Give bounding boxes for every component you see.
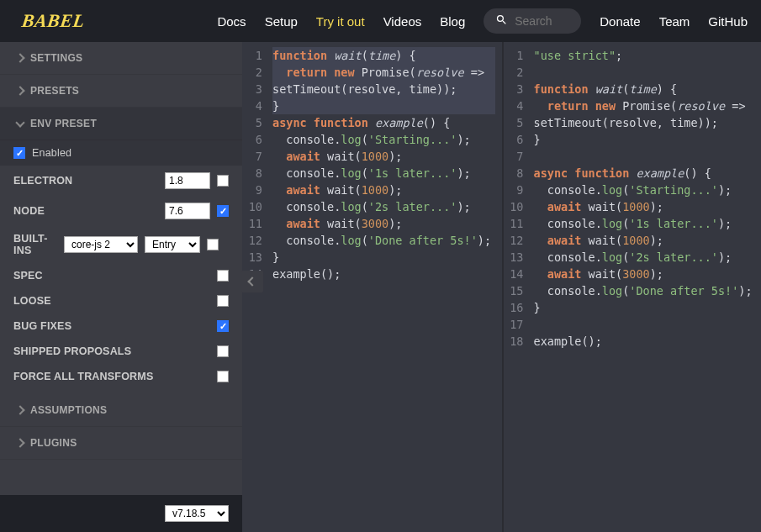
chevron-right-icon: [15, 86, 24, 95]
spec-checkbox[interactable]: [217, 270, 229, 282]
enabled-label: Enabled: [32, 147, 229, 159]
sidebar: SETTINGS PRESETS ENV PRESET Enabled ELEC…: [0, 42, 242, 532]
shipped-checkbox[interactable]: [217, 345, 229, 357]
sidebar-footer: v7.18.5: [0, 495, 242, 532]
section-env[interactable]: ENV PRESET: [0, 108, 242, 140]
search-icon: [495, 13, 508, 29]
section-label: ENV PRESET: [30, 118, 97, 129]
section-label: ASSUMPTIONS: [30, 404, 107, 416]
section-settings[interactable]: SETTINGS: [0, 42, 242, 75]
nav-blog[interactable]: Blog: [440, 14, 465, 29]
editor-area: 1 2 3 4 5 6 7 8 9 10 11 12 13 14 functio…: [242, 42, 761, 532]
nav-team[interactable]: Team: [659, 14, 690, 29]
nav-donate[interactable]: Donate: [600, 14, 640, 29]
builtins-corejs-select[interactable]: core-js 2: [64, 236, 138, 253]
force-checkbox[interactable]: [217, 371, 229, 382]
node-checkbox[interactable]: [217, 205, 229, 217]
row-bugfixes: BUG FIXES: [0, 313, 242, 339]
section-label: PLUGINS: [30, 437, 77, 449]
logo[interactable]: BABEL: [20, 10, 86, 32]
row-electron: ELECTRON: [0, 166, 242, 196]
input-editor[interactable]: 1 2 3 4 5 6 7 8 9 10 11 12 13 14 functio…: [242, 42, 502, 532]
builtins-checkbox[interactable]: [207, 239, 219, 250]
builtins-mode-select[interactable]: Entry: [145, 236, 200, 253]
electron-checkbox[interactable]: [217, 175, 229, 187]
section-label: SETTINGS: [30, 52, 82, 64]
nav-setup[interactable]: Setup: [265, 14, 298, 29]
electron-input[interactable]: [165, 172, 210, 189]
row-spec: SPEC: [0, 263, 242, 288]
nav-github[interactable]: GitHub: [708, 14, 748, 29]
section-presets[interactable]: PRESETS: [0, 75, 242, 108]
section-plugins[interactable]: PLUGINS: [0, 427, 242, 460]
input-code[interactable]: function wait(time) { return new Promise…: [269, 42, 502, 532]
bugfixes-checkbox[interactable]: [217, 320, 229, 332]
nav-try[interactable]: Try it out: [316, 14, 365, 29]
section-assumptions[interactable]: ASSUMPTIONS: [0, 394, 242, 427]
row-loose: LOOSE: [0, 288, 242, 313]
chevron-right-icon: [15, 438, 24, 447]
output-line-numbers: 1 2 3 4 5 6 7 8 9 10 11 12 13 14 15 16 1…: [504, 42, 531, 532]
row-node: NODE: [0, 196, 242, 226]
nav-links: Docs Setup Try it out Videos Blog Donate…: [217, 8, 748, 34]
output-code: "use strict"; function wait(time) { retu…: [531, 42, 762, 532]
version-select[interactable]: v7.18.5: [165, 505, 229, 522]
top-nav: BABEL Docs Setup Try it out Videos Blog …: [0, 0, 761, 42]
search-box[interactable]: [484, 8, 581, 34]
loose-checkbox[interactable]: [217, 295, 229, 307]
chevron-right-icon: [15, 53, 24, 62]
nav-videos[interactable]: Videos: [383, 14, 422, 29]
section-label: PRESETS: [30, 85, 79, 97]
output-editor: 1 2 3 4 5 6 7 8 9 10 11 12 13 14 15 16 1…: [502, 42, 762, 532]
row-force: FORCE ALL TRANSFORMS: [0, 364, 242, 389]
search-input[interactable]: [515, 14, 573, 28]
chevron-right-icon: [15, 405, 24, 414]
env-enabled-row: Enabled: [0, 140, 242, 166]
node-input[interactable]: [165, 203, 210, 219]
row-shipped: SHIPPED PROPOSALS: [0, 339, 242, 364]
enabled-checkbox[interactable]: [13, 147, 25, 159]
chevron-down-icon: [15, 118, 24, 127]
nav-docs[interactable]: Docs: [217, 14, 246, 29]
row-builtins: BUILT-INS core-js 2 Entry: [0, 226, 242, 263]
collapse-sidebar-button[interactable]: [241, 271, 263, 292]
chevron-left-icon: [247, 277, 256, 286]
